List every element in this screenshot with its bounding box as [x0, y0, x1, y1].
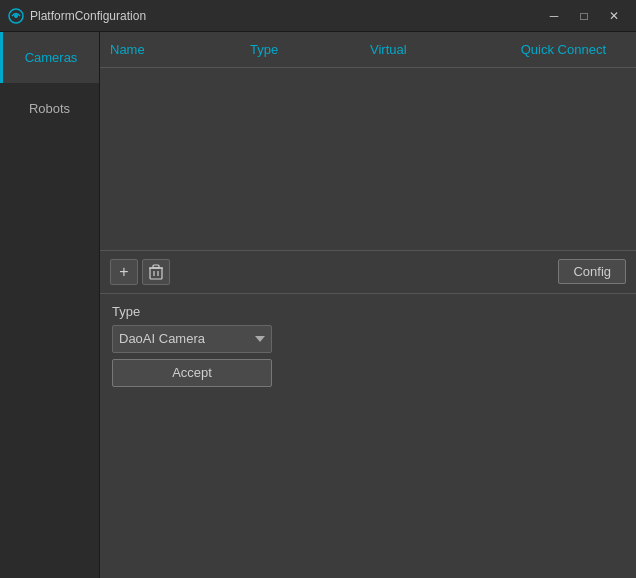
- title-bar: PlatformConfiguration ─ □ ✕: [0, 0, 636, 32]
- close-button[interactable]: ✕: [600, 4, 628, 28]
- delete-button[interactable]: [142, 259, 170, 285]
- config-button[interactable]: Config: [558, 259, 626, 284]
- bottom-toolbar: + Config: [100, 251, 636, 294]
- col-name-header: Name: [110, 42, 250, 57]
- trash-icon: [149, 264, 163, 280]
- title-bar-controls: ─ □ ✕: [540, 4, 628, 28]
- remaining-space: [100, 397, 636, 579]
- col-quickconnect-header: Quick Connect: [490, 42, 626, 57]
- accept-button[interactable]: Accept: [112, 359, 272, 387]
- col-type-header: Type: [250, 42, 370, 57]
- table-header: Name Type Virtual Quick Connect: [100, 32, 636, 68]
- add-button[interactable]: +: [110, 259, 138, 285]
- minimize-button[interactable]: ─: [540, 4, 568, 28]
- sidebar-item-cameras[interactable]: Cameras: [0, 32, 99, 83]
- app-icon: [8, 8, 24, 24]
- title-bar-left: PlatformConfiguration: [8, 8, 146, 24]
- maximize-button[interactable]: □: [570, 4, 598, 28]
- app-container: Cameras Robots Name Type Virtual Quick C…: [0, 32, 636, 578]
- type-section: Type DaoAI Camera Accept: [100, 294, 636, 397]
- svg-rect-6: [153, 265, 159, 268]
- toolbar-left: +: [110, 259, 170, 285]
- svg-rect-2: [150, 268, 162, 279]
- app-title: PlatformConfiguration: [30, 9, 146, 23]
- type-select[interactable]: DaoAI Camera: [112, 325, 272, 353]
- type-label: Type: [112, 304, 624, 319]
- table-body: [100, 68, 636, 251]
- sidebar-cameras-label: Cameras: [25, 50, 78, 65]
- sidebar-item-robots[interactable]: Robots: [0, 83, 99, 134]
- sidebar: Cameras Robots: [0, 32, 100, 578]
- main-content: Name Type Virtual Quick Connect +: [100, 32, 636, 578]
- svg-point-1: [14, 14, 18, 18]
- col-virtual-header: Virtual: [370, 42, 490, 57]
- sidebar-robots-label: Robots: [29, 101, 70, 116]
